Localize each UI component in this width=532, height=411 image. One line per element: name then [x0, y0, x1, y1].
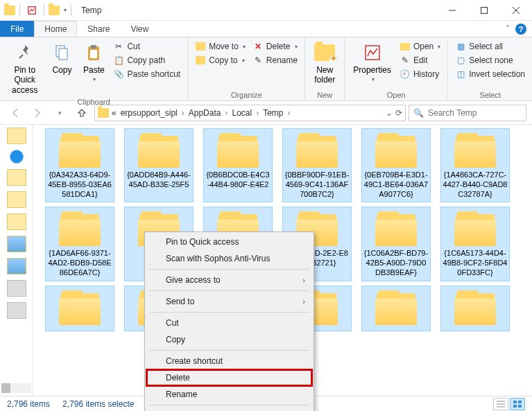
ctx-pin-to-quick-access[interactable]: Pin to Quick access [146, 234, 312, 250]
view-icons-button[interactable] [510, 398, 525, 410]
sidebar-thumb[interactable] [7, 169, 26, 186]
group-label: New [311, 89, 338, 100]
folder-item[interactable]: {1C06A2BF-BD79-42B5-A90D-79D0DB3B9EAF} [362, 207, 430, 280]
folder-icon [453, 132, 497, 168]
search-box[interactable]: 🔍 [409, 105, 526, 121]
folder-label: {1C06A2BF-BD79-42B5-A90D-79D0DB3B9EAF} [363, 249, 429, 277]
close-button[interactable] [500, 0, 532, 21]
folder-item[interactable] [441, 286, 509, 331]
qat-properties-icon[interactable] [24, 3, 40, 18]
nav-sidebar[interactable] [0, 125, 33, 396]
folder-item[interactable] [46, 286, 114, 331]
tab-home[interactable]: Home [34, 21, 77, 37]
copy-path-button[interactable]: 📋Copy path [112, 54, 182, 67]
folder-item[interactable]: {1AD6AF66-9371-4AD2-BDB9-D58E86DE6A7C} [46, 207, 114, 280]
delete-x-icon: ✕ [252, 41, 264, 52]
invert-selection-button[interactable]: ◫Invert selection [454, 68, 526, 80]
minimize-button[interactable] [436, 0, 468, 21]
move-to-button[interactable]: Move to▾ [194, 40, 247, 53]
sidebar-thumb[interactable] [7, 191, 26, 208]
path-dropdown-icon[interactable]: ⌄ [386, 108, 393, 118]
sidebar-thumb[interactable] [7, 213, 26, 230]
sidebar-thumb[interactable] [7, 258, 26, 274]
folder-item[interactable]: {0ADD84B9-A446-45AD-B33E-25F5 [125, 129, 193, 202]
rename-button[interactable]: ✎Rename [251, 54, 299, 67]
copy-path-icon: 📋 [113, 55, 124, 66]
chevron-right-icon[interactable]: › [286, 108, 291, 118]
delete-button[interactable]: ✕Delete▾ [251, 40, 299, 53]
select-none-button[interactable]: ▢Select none [454, 54, 526, 67]
folder-icon [58, 132, 102, 168]
paste-button[interactable]: Paste ▾ [80, 40, 108, 85]
sidebar-thumb[interactable] [7, 236, 26, 252]
sidebar-thumb[interactable] [10, 150, 24, 164]
folder-item[interactable]: {0BBF90DF-91EB-4569-9C41-136AF700B7C2} [283, 129, 351, 202]
copy-button[interactable]: Copy [48, 40, 76, 76]
sidebar-thumb[interactable] [7, 280, 26, 297]
open-button[interactable]: Open▾ [398, 40, 442, 53]
tab-share[interactable]: Share [77, 21, 120, 37]
new-folder-button[interactable]: ✦ New folder [311, 40, 338, 87]
ctx-delete[interactable]: Delete [146, 369, 312, 386]
breadcrumb-folder-icon [98, 108, 109, 118]
view-details-button[interactable] [493, 398, 508, 410]
ribbon-collapse-icon[interactable]: ˄ [506, 24, 510, 34]
search-input[interactable] [428, 108, 522, 118]
nav-recent-button[interactable]: ▾ [50, 103, 69, 123]
tab-file[interactable]: File [0, 21, 34, 37]
breadcrumb-item[interactable]: erpsupport_sipl [119, 108, 179, 118]
copy-to-button[interactable]: Copy to▾ [194, 54, 247, 67]
ctx-properties[interactable]: Properties [146, 408, 312, 411]
folder-item[interactable] [362, 286, 430, 331]
breadcrumb-bar[interactable]: « erpsupport_sipl › AppData › Local › Te… [94, 105, 406, 121]
sidebar-thumb[interactable] [7, 128, 26, 144]
folder-icon [374, 132, 418, 168]
ctx-rename[interactable]: Rename [146, 386, 312, 403]
folder-label: {1AD6AF66-9371-4AD2-BDB9-D58E86DE6A7C} [47, 249, 112, 277]
nav-back-button[interactable] [6, 103, 25, 123]
ctx-cut[interactable]: Cut [146, 315, 312, 331]
chevron-right-icon[interactable]: › [255, 108, 260, 118]
edit-button[interactable]: ✎Edit [398, 54, 442, 67]
cut-button[interactable]: ✂Cut [112, 40, 182, 53]
history-button[interactable]: 🕘History [398, 68, 442, 80]
ctx-create-shortcut[interactable]: Create shortcut [146, 353, 312, 369]
tab-view[interactable]: View [120, 21, 159, 37]
folder-item[interactable]: {1C6A5173-44D4-49B8-9CF2-5F8D40FD33FC} [441, 207, 509, 280]
qat-newfolder-icon[interactable] [49, 6, 60, 15]
svg-rect-15 [513, 401, 517, 403]
help-icon[interactable]: ? [515, 24, 526, 35]
sidebar-thumb[interactable] [7, 302, 26, 319]
ctx-scan-antivirus[interactable]: Scan with Sophos Anti-Virus [146, 250, 312, 267]
folder-item[interactable]: {0B6BDC0B-E4C3-44B4-980F-E4E2 [204, 129, 272, 202]
pin-to-quick-access-button[interactable]: Pin to Quick access [6, 40, 44, 96]
breadcrumb-item[interactable]: Temp [261, 108, 284, 118]
status-item-count: 2,796 items [7, 399, 50, 409]
folder-item[interactable]: {0EB709B4-E3D1-49C1-BE64-036A7A9077C6} [362, 129, 430, 202]
address-bar: ▾ « erpsupport_sipl › AppData › Local › … [0, 101, 532, 125]
folder-item[interactable]: {1A4863CA-727C-4427-B440-C9AD8C32787A} [441, 129, 509, 202]
select-all-button[interactable]: ▦Select all [454, 40, 526, 53]
ctx-copy[interactable]: Copy [146, 331, 312, 348]
breadcrumb-item[interactable]: AppData [187, 108, 223, 118]
chevron-right-icon: › [302, 297, 305, 306]
chevron-right-icon[interactable]: › [180, 108, 186, 118]
refresh-icon[interactable]: ⟳ [395, 108, 402, 118]
ribbon-tabs: File Home Share View ˄ ? [0, 21, 532, 37]
ctx-send-to[interactable]: Send to› [146, 293, 312, 310]
breadcrumb-prefix[interactable]: « [110, 108, 118, 118]
ctx-give-access-to[interactable]: Give access to› [146, 272, 312, 288]
folder-label: {0EB709B4-E3D1-49C1-BE64-036A7A9077C6} [363, 170, 429, 199]
sidebar-scrollbar[interactable] [1, 383, 31, 393]
paste-shortcut-button[interactable]: 📎Paste shortcut [112, 68, 182, 80]
nav-forward-button[interactable] [28, 103, 47, 123]
folder-icon [453, 210, 497, 246]
folder-item[interactable]: {0A342A33-64D9-45EB-8955-03EA6581DCA1} [46, 129, 114, 202]
ribbon-group-open: Properties ▾ Open▾ ✎Edit 🕘History Open [345, 37, 448, 100]
nav-up-button[interactable] [72, 103, 92, 123]
maximize-button[interactable] [468, 0, 500, 21]
chevron-right-icon[interactable]: › [223, 108, 229, 118]
breadcrumb-item[interactable]: Local [230, 108, 253, 118]
select-none-icon: ▢ [455, 55, 466, 66]
properties-button[interactable]: Properties ▾ [350, 40, 394, 85]
